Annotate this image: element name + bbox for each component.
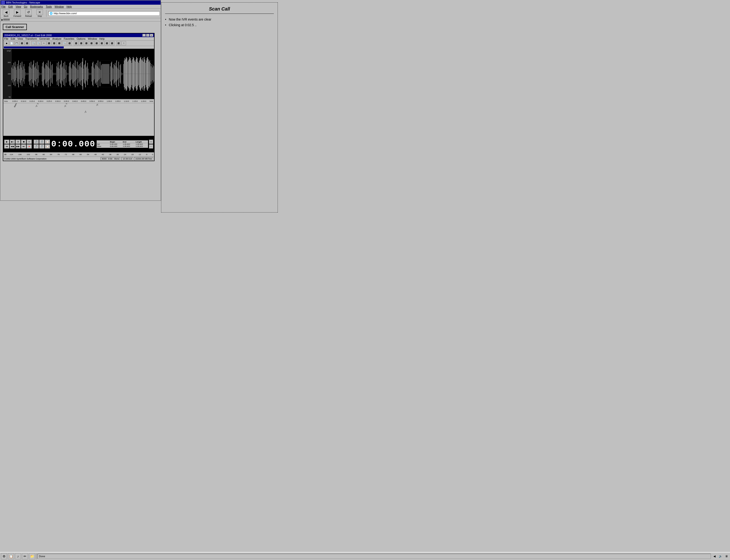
ce-progress-indicator <box>4 46 64 48</box>
time-info-sel-row: Sel 0:00.000 1:26.822 1:26.822 <box>97 143 148 145</box>
extra-btn-2[interactable]: 🎵 <box>39 140 44 144</box>
ce-menu-window[interactable]: Window <box>88 37 97 40</box>
svg-rect-75 <box>60 64 61 84</box>
address-bar[interactable]: 🌐 <box>48 11 160 16</box>
menu-window[interactable]: Window <box>55 5 64 8</box>
ce-tool-4[interactable]: ⬛ <box>20 41 24 45</box>
close-button[interactable]: × <box>150 34 153 37</box>
ce-menu-generate[interactable]: Generate <box>39 37 50 40</box>
svg-rect-121 <box>92 63 93 85</box>
svg-rect-35 <box>33 64 33 84</box>
ce-tool-23[interactable]: ? <box>121 41 126 45</box>
ce-tool-21[interactable]: ⬛ <box>110 41 114 45</box>
ce-menu-favorites[interactable]: Favorites <box>64 37 74 40</box>
svg-rect-74 <box>60 65 60 83</box>
ce-tool-11[interactable]: ⬛ <box>57 41 62 45</box>
play-to-end-button[interactable]: ▶| <box>10 140 15 144</box>
presentation-slide: Scan Call Now the IVR events are clear C… <box>161 2 278 213</box>
ce-tool-10[interactable]: ⬛ <box>52 41 57 45</box>
svg-rect-76 <box>61 60 62 87</box>
call-scanner-button[interactable]: Call Scanner <box>3 24 27 30</box>
fast-forward-button[interactable]: ▶▶ <box>15 144 21 149</box>
ce-menu-file[interactable]: File <box>4 37 8 40</box>
svg-rect-9 <box>15 62 15 86</box>
window-controls: _ □ × <box>142 34 153 37</box>
svg-rect-14 <box>18 60 19 87</box>
waveform-container[interactable]: smpl 200 150 100 50 <box>3 49 154 99</box>
ce-tool-17[interactable]: ⬛ <box>89 41 94 45</box>
go-start-button[interactable]: ⏮ <box>4 144 9 149</box>
ce-tool-16[interactable]: ⬛ <box>84 41 89 45</box>
waveform-display[interactable] <box>11 49 154 99</box>
ce-tool-7[interactable]: 🔍 <box>36 41 41 45</box>
ce-tool-2[interactable]: 📄 <box>9 41 14 45</box>
ce-menu-options[interactable]: Options <box>77 37 85 40</box>
extra-btn-6[interactable]: 📋 <box>45 144 50 149</box>
waveform-yaxis: smpl 200 150 100 50 <box>3 49 11 99</box>
menu-file[interactable]: File <box>1 5 6 8</box>
stop-button[interactable]: ⏹ <box>21 140 26 144</box>
ce-menu-view[interactable]: View <box>18 37 23 40</box>
extra-btn-5[interactable]: 🎵 <box>39 144 44 149</box>
back-button[interactable]: ◀ Back <box>1 9 11 17</box>
ce-tool-5[interactable]: ⬛ <box>25 41 29 45</box>
svg-rect-29 <box>29 66 29 82</box>
ce-tool-8[interactable]: ✂ <box>42 41 46 45</box>
reload-button[interactable]: ↺ Reload <box>24 9 33 17</box>
svg-rect-83 <box>66 65 67 83</box>
ce-menu-analyze[interactable]: Analyze <box>52 37 61 40</box>
minimize-button[interactable]: _ <box>142 34 146 37</box>
ce-tool-9[interactable]: ⬛ <box>47 41 51 45</box>
maximize-button[interactable]: □ <box>146 34 149 37</box>
ce-tool-18[interactable]: ⬛ <box>94 41 99 45</box>
svg-rect-57 <box>48 60 49 87</box>
svg-rect-102 <box>79 64 80 84</box>
menu-tools[interactable]: Tools <box>46 5 52 8</box>
zoom-in-button[interactable]: + <box>149 140 153 144</box>
menu-bookmarks[interactable]: Bookmarks <box>30 5 43 8</box>
ce-tool-15[interactable]: ⬛ <box>79 41 84 45</box>
ce-tool-19[interactable]: ⬛ <box>99 41 104 45</box>
ce-tool-14[interactable]: ⬛ <box>74 41 78 45</box>
ce-tool-13[interactable]: ⬛ <box>67 41 72 45</box>
ce-tool-20[interactable]: ⬛ <box>105 41 109 45</box>
record-button[interactable]: ● <box>27 144 32 149</box>
ce-tool-12[interactable]: 🔍 <box>62 41 67 45</box>
svg-rect-90 <box>71 67 71 80</box>
ce-menu-edit[interactable]: Edit <box>11 37 15 40</box>
menu-go[interactable]: Go <box>24 5 27 8</box>
menu-edit[interactable]: Edit <box>8 5 13 8</box>
svg-rect-162 <box>128 62 128 86</box>
transport-row-1: ▶ ▶| ⏸ ⏹ ∞ <box>4 140 32 144</box>
ce-menu-transform[interactable]: Transform <box>25 37 37 40</box>
ce-tool-3[interactable]: 💾 <box>14 41 19 45</box>
ce-tool-22[interactable]: ⬛ <box>116 41 121 45</box>
ce-menu-help[interactable]: Help <box>99 37 105 40</box>
stop-button[interactable]: ✕ Stop <box>35 9 44 17</box>
menu-view[interactable]: View <box>16 5 21 8</box>
svg-rect-116 <box>89 72 89 75</box>
forward-button[interactable]: ▶ Forward <box>13 9 22 17</box>
svg-rect-190 <box>147 58 147 90</box>
volume-marks: -114 -108 -102 -96 -90 -84 -78 -72 -66 -… <box>9 153 153 156</box>
loop-button[interactable]: ∞ <box>27 140 32 144</box>
extra-btn-1[interactable]: 🎵 <box>34 140 39 144</box>
svg-rect-185 <box>143 62 144 86</box>
pause-button[interactable]: ⏸ <box>15 140 21 144</box>
menu-help[interactable]: Help <box>67 5 72 8</box>
address-input[interactable] <box>54 12 159 15</box>
ce-tool-1[interactable]: ◼ <box>4 41 9 45</box>
svg-rect-157 <box>124 60 124 87</box>
extra-btn-3[interactable]: 📋 <box>45 140 50 144</box>
svg-rect-159 <box>125 59 126 89</box>
play-button[interactable]: ▶ <box>4 140 9 144</box>
slide-bullet-2: Clicking at 0:02.5 .. <box>165 23 274 27</box>
zoom-out-button[interactable]: − <box>149 144 153 149</box>
go-end-button[interactable]: ⏭ <box>21 144 26 149</box>
cool-status-duration: 10:38.519 <box>121 157 133 160</box>
extra-btn-4[interactable]: 🎵 <box>34 144 39 149</box>
rewind-button[interactable]: ◀◀ <box>10 144 15 149</box>
svg-rect-120 <box>92 66 92 82</box>
ce-tool-6[interactable]: 🔍 <box>31 41 36 45</box>
svg-rect-50 <box>43 62 44 86</box>
